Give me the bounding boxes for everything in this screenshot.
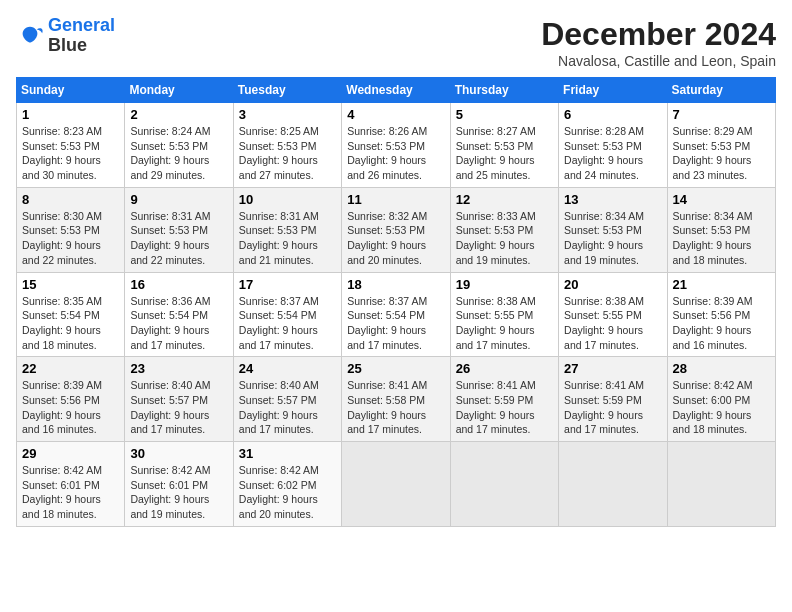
sunrise-text: Sunrise: 8:41 AM — [347, 379, 427, 391]
sunset-text: Sunset: 5:53 PM — [239, 140, 317, 152]
calendar-cell: 11 Sunrise: 8:32 AM Sunset: 5:53 PM Dayl… — [342, 187, 450, 272]
day-info: Sunrise: 8:31 AM Sunset: 5:53 PM Dayligh… — [130, 209, 227, 268]
calendar-cell: 3 Sunrise: 8:25 AM Sunset: 5:53 PM Dayli… — [233, 103, 341, 188]
sunrise-text: Sunrise: 8:39 AM — [22, 379, 102, 391]
col-saturday: Saturday — [667, 78, 775, 103]
day-info: Sunrise: 8:35 AM Sunset: 5:54 PM Dayligh… — [22, 294, 119, 353]
sunset-text: Sunset: 5:55 PM — [564, 309, 642, 321]
title-block: December 2024 Navalosa, Castille and Leo… — [541, 16, 776, 69]
day-number: 24 — [239, 361, 336, 376]
daylight-text: Daylight: 9 hours and 17 minutes. — [347, 409, 426, 436]
sunrise-text: Sunrise: 8:25 AM — [239, 125, 319, 137]
calendar-cell: 6 Sunrise: 8:28 AM Sunset: 5:53 PM Dayli… — [559, 103, 667, 188]
daylight-text: Daylight: 9 hours and 26 minutes. — [347, 154, 426, 181]
logo-icon — [16, 22, 44, 50]
day-number: 15 — [22, 277, 119, 292]
sunset-text: Sunset: 5:54 PM — [130, 309, 208, 321]
day-number: 29 — [22, 446, 119, 461]
day-info: Sunrise: 8:39 AM Sunset: 5:56 PM Dayligh… — [673, 294, 770, 353]
sunrise-text: Sunrise: 8:30 AM — [22, 210, 102, 222]
day-info: Sunrise: 8:33 AM Sunset: 5:53 PM Dayligh… — [456, 209, 553, 268]
day-number: 26 — [456, 361, 553, 376]
calendar-cell: 20 Sunrise: 8:38 AM Sunset: 5:55 PM Dayl… — [559, 272, 667, 357]
day-info: Sunrise: 8:34 AM Sunset: 5:53 PM Dayligh… — [673, 209, 770, 268]
sunrise-text: Sunrise: 8:42 AM — [22, 464, 102, 476]
sunrise-text: Sunrise: 8:31 AM — [130, 210, 210, 222]
logo-general: General — [48, 15, 115, 35]
day-number: 18 — [347, 277, 444, 292]
sunrise-text: Sunrise: 8:28 AM — [564, 125, 644, 137]
daylight-text: Daylight: 9 hours and 30 minutes. — [22, 154, 101, 181]
calendar-cell: 27 Sunrise: 8:41 AM Sunset: 5:59 PM Dayl… — [559, 357, 667, 442]
sunrise-text: Sunrise: 8:29 AM — [673, 125, 753, 137]
calendar-cell: 7 Sunrise: 8:29 AM Sunset: 5:53 PM Dayli… — [667, 103, 775, 188]
day-number: 22 — [22, 361, 119, 376]
sunset-text: Sunset: 6:02 PM — [239, 479, 317, 491]
calendar-week-row: 1 Sunrise: 8:23 AM Sunset: 5:53 PM Dayli… — [17, 103, 776, 188]
calendar-cell — [559, 442, 667, 527]
day-info: Sunrise: 8:26 AM Sunset: 5:53 PM Dayligh… — [347, 124, 444, 183]
sunrise-text: Sunrise: 8:23 AM — [22, 125, 102, 137]
day-info: Sunrise: 8:41 AM Sunset: 5:59 PM Dayligh… — [564, 378, 661, 437]
sunset-text: Sunset: 5:53 PM — [456, 140, 534, 152]
sunset-text: Sunset: 5:53 PM — [347, 224, 425, 236]
sunrise-text: Sunrise: 8:39 AM — [673, 295, 753, 307]
page-header: General Blue December 2024 Navalosa, Cas… — [16, 16, 776, 69]
sunset-text: Sunset: 5:53 PM — [347, 140, 425, 152]
location-subtitle: Navalosa, Castille and Leon, Spain — [541, 53, 776, 69]
day-number: 25 — [347, 361, 444, 376]
daylight-text: Daylight: 9 hours and 23 minutes. — [673, 154, 752, 181]
day-info: Sunrise: 8:28 AM Sunset: 5:53 PM Dayligh… — [564, 124, 661, 183]
daylight-text: Daylight: 9 hours and 20 minutes. — [347, 239, 426, 266]
sunset-text: Sunset: 5:55 PM — [456, 309, 534, 321]
logo-blue: Blue — [48, 35, 87, 55]
sunset-text: Sunset: 5:53 PM — [130, 224, 208, 236]
sunset-text: Sunset: 5:53 PM — [130, 140, 208, 152]
sunrise-text: Sunrise: 8:41 AM — [564, 379, 644, 391]
sunrise-text: Sunrise: 8:24 AM — [130, 125, 210, 137]
day-info: Sunrise: 8:32 AM Sunset: 5:53 PM Dayligh… — [347, 209, 444, 268]
calendar-cell: 18 Sunrise: 8:37 AM Sunset: 5:54 PM Dayl… — [342, 272, 450, 357]
daylight-text: Daylight: 9 hours and 25 minutes. — [456, 154, 535, 181]
calendar-cell: 16 Sunrise: 8:36 AM Sunset: 5:54 PM Dayl… — [125, 272, 233, 357]
daylight-text: Daylight: 9 hours and 22 minutes. — [130, 239, 209, 266]
sunset-text: Sunset: 5:54 PM — [347, 309, 425, 321]
daylight-text: Daylight: 9 hours and 17 minutes. — [456, 409, 535, 436]
sunset-text: Sunset: 5:58 PM — [347, 394, 425, 406]
calendar-cell: 14 Sunrise: 8:34 AM Sunset: 5:53 PM Dayl… — [667, 187, 775, 272]
day-info: Sunrise: 8:41 AM Sunset: 5:58 PM Dayligh… — [347, 378, 444, 437]
sunrise-text: Sunrise: 8:42 AM — [673, 379, 753, 391]
day-number: 31 — [239, 446, 336, 461]
day-number: 23 — [130, 361, 227, 376]
sunrise-text: Sunrise: 8:42 AM — [130, 464, 210, 476]
sunrise-text: Sunrise: 8:31 AM — [239, 210, 319, 222]
sunrise-text: Sunrise: 8:27 AM — [456, 125, 536, 137]
sunrise-text: Sunrise: 8:35 AM — [22, 295, 102, 307]
calendar-cell: 8 Sunrise: 8:30 AM Sunset: 5:53 PM Dayli… — [17, 187, 125, 272]
day-number: 5 — [456, 107, 553, 122]
calendar-cell: 19 Sunrise: 8:38 AM Sunset: 5:55 PM Dayl… — [450, 272, 558, 357]
daylight-text: Daylight: 9 hours and 17 minutes. — [564, 324, 643, 351]
day-info: Sunrise: 8:27 AM Sunset: 5:53 PM Dayligh… — [456, 124, 553, 183]
day-info: Sunrise: 8:42 AM Sunset: 6:00 PM Dayligh… — [673, 378, 770, 437]
day-number: 20 — [564, 277, 661, 292]
sunset-text: Sunset: 5:53 PM — [22, 140, 100, 152]
daylight-text: Daylight: 9 hours and 19 minutes. — [456, 239, 535, 266]
sunrise-text: Sunrise: 8:40 AM — [130, 379, 210, 391]
day-info: Sunrise: 8:24 AM Sunset: 5:53 PM Dayligh… — [130, 124, 227, 183]
sunset-text: Sunset: 5:56 PM — [22, 394, 100, 406]
calendar-cell: 22 Sunrise: 8:39 AM Sunset: 5:56 PM Dayl… — [17, 357, 125, 442]
day-info: Sunrise: 8:39 AM Sunset: 5:56 PM Dayligh… — [22, 378, 119, 437]
day-number: 30 — [130, 446, 227, 461]
day-info: Sunrise: 8:38 AM Sunset: 5:55 PM Dayligh… — [456, 294, 553, 353]
calendar-week-row: 22 Sunrise: 8:39 AM Sunset: 5:56 PM Dayl… — [17, 357, 776, 442]
day-info: Sunrise: 8:34 AM Sunset: 5:53 PM Dayligh… — [564, 209, 661, 268]
day-info: Sunrise: 8:38 AM Sunset: 5:55 PM Dayligh… — [564, 294, 661, 353]
sunset-text: Sunset: 5:54 PM — [22, 309, 100, 321]
day-number: 7 — [673, 107, 770, 122]
day-info: Sunrise: 8:40 AM Sunset: 5:57 PM Dayligh… — [130, 378, 227, 437]
calendar-cell: 10 Sunrise: 8:31 AM Sunset: 5:53 PM Dayl… — [233, 187, 341, 272]
sunrise-text: Sunrise: 8:41 AM — [456, 379, 536, 391]
daylight-text: Daylight: 9 hours and 20 minutes. — [239, 493, 318, 520]
day-info: Sunrise: 8:41 AM Sunset: 5:59 PM Dayligh… — [456, 378, 553, 437]
